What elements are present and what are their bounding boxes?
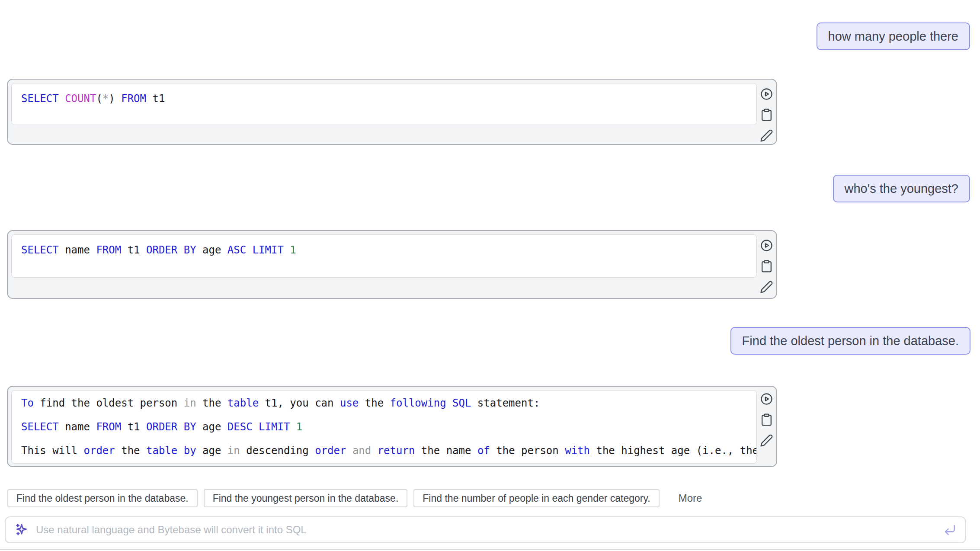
suggestion-chip[interactable]: Find the number of people in each gender… xyxy=(413,489,659,507)
pencil-button[interactable] xyxy=(760,434,773,447)
user-message-bubble: Find the oldest person in the database. xyxy=(730,327,970,355)
clipboard-icon xyxy=(760,268,773,274)
play-circle-icon xyxy=(760,96,773,102)
play-circle-icon xyxy=(760,247,773,253)
sql-code-area: To find the oldest person in the table t… xyxy=(11,390,757,464)
user-message-bubble: who's the youngest? xyxy=(833,175,970,202)
pencil-icon xyxy=(760,137,773,144)
sql-code-area: SELECT COUNT(*) FROM t1 xyxy=(11,83,757,125)
suggestion-chip[interactable]: Find the oldest person in the database. xyxy=(7,489,198,507)
chat-area: how many people thereSELECT COUNT(*) FRO… xyxy=(0,0,980,551)
code-line: This will order the table by age in desc… xyxy=(21,439,756,463)
clipboard-icon xyxy=(760,116,773,123)
enter-icon[interactable] xyxy=(943,523,957,537)
suggestion-chip[interactable]: Find the youngest person in the database… xyxy=(204,489,408,507)
natural-language-input[interactable] xyxy=(35,523,937,536)
sparkles-icon xyxy=(14,522,29,537)
assistant-sql-block: SELECT COUNT(*) FROM t1 xyxy=(7,79,777,145)
assistant-sql-block: To find the oldest person in the table t… xyxy=(7,386,777,467)
play-circle-icon xyxy=(760,400,773,407)
clipboard-button[interactable] xyxy=(760,413,773,426)
pencil-button[interactable] xyxy=(760,129,773,142)
sql-action-column xyxy=(757,80,776,142)
code-line: To find the oldest person in the table t… xyxy=(21,391,756,415)
code-line: SELECT name FROM t1 ORDER BY age ASC LIM… xyxy=(21,243,756,256)
user-message-bubble: how many people there xyxy=(817,22,970,50)
pencil-icon xyxy=(760,442,773,448)
code-line: SELECT COUNT(*) FROM t1 xyxy=(21,92,756,105)
play-circle-button[interactable] xyxy=(760,392,773,406)
clipboard-icon xyxy=(760,421,773,428)
bottom-divider xyxy=(0,549,980,550)
play-circle-button[interactable] xyxy=(760,239,773,252)
play-circle-button[interactable] xyxy=(760,87,773,101)
assistant-sql-block: SELECT name FROM t1 ORDER BY age ASC LIM… xyxy=(7,230,777,299)
sql-action-column xyxy=(757,231,776,294)
pencil-button[interactable] xyxy=(760,280,773,294)
pencil-icon xyxy=(760,288,773,295)
clipboard-button[interactable] xyxy=(760,108,773,122)
more-suggestions-button[interactable]: More xyxy=(679,492,702,504)
code-line: SELECT name FROM t1 ORDER BY age DESC LI… xyxy=(21,415,756,439)
sql-action-column xyxy=(757,387,776,447)
sql-code-area: SELECT name FROM t1 ORDER BY age ASC LIM… xyxy=(11,234,757,278)
clipboard-button[interactable] xyxy=(760,259,773,273)
nl-to-sql-input-bar[interactable] xyxy=(5,516,966,543)
suggestion-chip-row: Find the oldest person in the database. … xyxy=(7,489,702,507)
